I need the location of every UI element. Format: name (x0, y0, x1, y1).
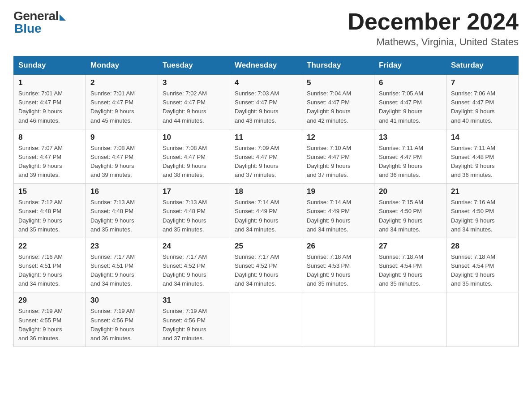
day-info: Sunrise: 7:11 AMSunset: 4:48 PMDaylight:… (451, 144, 514, 180)
calendar-cell: 31Sunrise: 7:19 AMSunset: 4:56 PMDayligh… (158, 292, 230, 347)
day-number: 14 (451, 133, 514, 142)
day-info: Sunrise: 7:02 AMSunset: 4:47 PMDaylight:… (163, 89, 225, 125)
day-number: 15 (18, 187, 81, 196)
calendar-cell: 23Sunrise: 7:17 AMSunset: 4:51 PMDayligh… (86, 238, 158, 292)
day-number: 10 (163, 133, 225, 142)
calendar-cell (446, 292, 519, 347)
calendar-cell: 17Sunrise: 7:13 AMSunset: 4:48 PMDayligh… (158, 184, 230, 238)
day-number: 12 (307, 133, 369, 142)
day-number: 27 (379, 242, 442, 251)
day-number: 3 (163, 78, 225, 87)
calendar-cell: 4Sunrise: 7:03 AMSunset: 4:47 PMDaylight… (230, 75, 302, 129)
calendar-cell: 9Sunrise: 7:08 AMSunset: 4:47 PMDaylight… (86, 129, 158, 184)
calendar-cell: 16Sunrise: 7:13 AMSunset: 4:48 PMDayligh… (86, 184, 158, 238)
calendar-table: SundayMondayTuesdayWednesdayThursdayFrid… (13, 56, 519, 347)
header-tuesday: Tuesday (158, 56, 230, 75)
logo-blue-text: Blue (14, 21, 42, 36)
calendar-cell: 26Sunrise: 7:18 AMSunset: 4:53 PMDayligh… (302, 238, 374, 292)
day-number: 4 (235, 78, 297, 87)
calendar-cell (302, 292, 374, 347)
day-info: Sunrise: 7:01 AMSunset: 4:47 PMDaylight:… (18, 89, 81, 125)
day-number: 1 (18, 78, 81, 87)
calendar-cell: 7Sunrise: 7:06 AMSunset: 4:47 PMDaylight… (446, 75, 519, 129)
calendar-cell: 18Sunrise: 7:14 AMSunset: 4:49 PMDayligh… (230, 184, 302, 238)
calendar-cell: 3Sunrise: 7:02 AMSunset: 4:47 PMDaylight… (158, 75, 230, 129)
day-info: Sunrise: 7:19 AMSunset: 4:56 PMDaylight:… (163, 307, 225, 343)
day-info: Sunrise: 7:16 AMSunset: 4:50 PMDaylight:… (451, 198, 514, 234)
day-info: Sunrise: 7:14 AMSunset: 4:49 PMDaylight:… (307, 198, 369, 234)
day-info: Sunrise: 7:18 AMSunset: 4:54 PMDaylight:… (379, 253, 442, 289)
day-number: 6 (379, 78, 442, 87)
calendar-cell: 19Sunrise: 7:14 AMSunset: 4:49 PMDayligh… (302, 184, 374, 238)
day-info: Sunrise: 7:15 AMSunset: 4:50 PMDaylight:… (379, 198, 442, 234)
day-number: 28 (451, 242, 514, 251)
header-wednesday: Wednesday (230, 56, 302, 75)
day-number: 31 (163, 296, 225, 305)
logo-arrow-icon (60, 14, 66, 21)
day-number: 9 (90, 133, 153, 142)
day-number: 8 (18, 133, 81, 142)
calendar-week-row: 1Sunrise: 7:01 AMSunset: 4:47 PMDaylight… (14, 75, 519, 129)
calendar-cell (374, 292, 446, 347)
day-info: Sunrise: 7:17 AMSunset: 4:52 PMDaylight:… (235, 253, 297, 289)
day-info: Sunrise: 7:18 AMSunset: 4:54 PMDaylight:… (451, 253, 514, 289)
day-number: 22 (18, 242, 81, 251)
day-info: Sunrise: 7:17 AMSunset: 4:52 PMDaylight:… (163, 253, 225, 289)
day-number: 17 (163, 187, 225, 196)
calendar-cell: 8Sunrise: 7:07 AMSunset: 4:47 PMDaylight… (14, 129, 86, 184)
day-info: Sunrise: 7:01 AMSunset: 4:47 PMDaylight:… (90, 89, 153, 125)
day-number: 5 (307, 78, 369, 87)
day-info: Sunrise: 7:10 AMSunset: 4:47 PMDaylight:… (307, 144, 369, 180)
calendar-cell: 6Sunrise: 7:05 AMSunset: 4:47 PMDaylight… (374, 75, 446, 129)
calendar-cell: 25Sunrise: 7:17 AMSunset: 4:52 PMDayligh… (230, 238, 302, 292)
day-number: 11 (235, 133, 297, 142)
day-number: 18 (235, 187, 297, 196)
day-info: Sunrise: 7:08 AMSunset: 4:47 PMDaylight:… (163, 144, 225, 180)
day-info: Sunrise: 7:12 AMSunset: 4:48 PMDaylight:… (18, 198, 81, 234)
day-info: Sunrise: 7:18 AMSunset: 4:53 PMDaylight:… (307, 253, 369, 289)
day-info: Sunrise: 7:11 AMSunset: 4:47 PMDaylight:… (379, 144, 442, 180)
day-info: Sunrise: 7:09 AMSunset: 4:47 PMDaylight:… (235, 144, 297, 180)
calendar-cell: 20Sunrise: 7:15 AMSunset: 4:50 PMDayligh… (374, 184, 446, 238)
calendar-cell: 13Sunrise: 7:11 AMSunset: 4:47 PMDayligh… (374, 129, 446, 184)
calendar-week-row: 22Sunrise: 7:16 AMSunset: 4:51 PMDayligh… (14, 238, 519, 292)
calendar-cell: 12Sunrise: 7:10 AMSunset: 4:47 PMDayligh… (302, 129, 374, 184)
day-info: Sunrise: 7:14 AMSunset: 4:49 PMDaylight:… (235, 198, 297, 234)
calendar-cell: 29Sunrise: 7:19 AMSunset: 4:55 PMDayligh… (14, 292, 86, 347)
day-number: 26 (307, 242, 369, 251)
month-title: December 2024 (348, 9, 519, 34)
day-info: Sunrise: 7:13 AMSunset: 4:48 PMDaylight:… (90, 198, 153, 234)
calendar-cell: 15Sunrise: 7:12 AMSunset: 4:48 PMDayligh… (14, 184, 86, 238)
calendar-cell: 27Sunrise: 7:18 AMSunset: 4:54 PMDayligh… (374, 238, 446, 292)
day-number: 20 (379, 187, 442, 196)
day-info: Sunrise: 7:19 AMSunset: 4:56 PMDaylight:… (90, 307, 153, 343)
day-info: Sunrise: 7:03 AMSunset: 4:47 PMDaylight:… (235, 89, 297, 125)
calendar-cell: 1Sunrise: 7:01 AMSunset: 4:47 PMDaylight… (14, 75, 86, 129)
calendar-cell: 22Sunrise: 7:16 AMSunset: 4:51 PMDayligh… (14, 238, 86, 292)
calendar-cell: 24Sunrise: 7:17 AMSunset: 4:52 PMDayligh… (158, 238, 230, 292)
calendar-cell: 14Sunrise: 7:11 AMSunset: 4:48 PMDayligh… (446, 129, 519, 184)
day-number: 19 (307, 187, 369, 196)
calendar-header-row: SundayMondayTuesdayWednesdayThursdayFrid… (14, 56, 519, 75)
day-info: Sunrise: 7:06 AMSunset: 4:47 PMDaylight:… (451, 89, 514, 125)
calendar-cell: 2Sunrise: 7:01 AMSunset: 4:47 PMDaylight… (86, 75, 158, 129)
calendar-week-row: 29Sunrise: 7:19 AMSunset: 4:55 PMDayligh… (14, 292, 519, 347)
day-number: 25 (235, 242, 297, 251)
day-number: 7 (451, 78, 514, 87)
calendar-week-row: 8Sunrise: 7:07 AMSunset: 4:47 PMDaylight… (14, 129, 519, 184)
calendar-cell (230, 292, 302, 347)
location-title: Mathews, Virginia, United States (348, 36, 519, 48)
calendar-cell: 28Sunrise: 7:18 AMSunset: 4:54 PMDayligh… (446, 238, 519, 292)
day-info: Sunrise: 7:19 AMSunset: 4:55 PMDaylight:… (18, 307, 81, 343)
day-number: 21 (451, 187, 514, 196)
title-area: December 2024 Mathews, Virginia, United … (348, 9, 519, 48)
day-number: 29 (18, 296, 81, 305)
header-sunday: Sunday (14, 56, 86, 75)
day-number: 13 (379, 133, 442, 142)
day-info: Sunrise: 7:07 AMSunset: 4:47 PMDaylight:… (18, 144, 81, 180)
day-number: 30 (90, 296, 153, 305)
logo: General Blue (13, 9, 66, 36)
header-thursday: Thursday (302, 56, 374, 75)
calendar-cell: 21Sunrise: 7:16 AMSunset: 4:50 PMDayligh… (446, 184, 519, 238)
day-info: Sunrise: 7:17 AMSunset: 4:51 PMDaylight:… (90, 253, 153, 289)
